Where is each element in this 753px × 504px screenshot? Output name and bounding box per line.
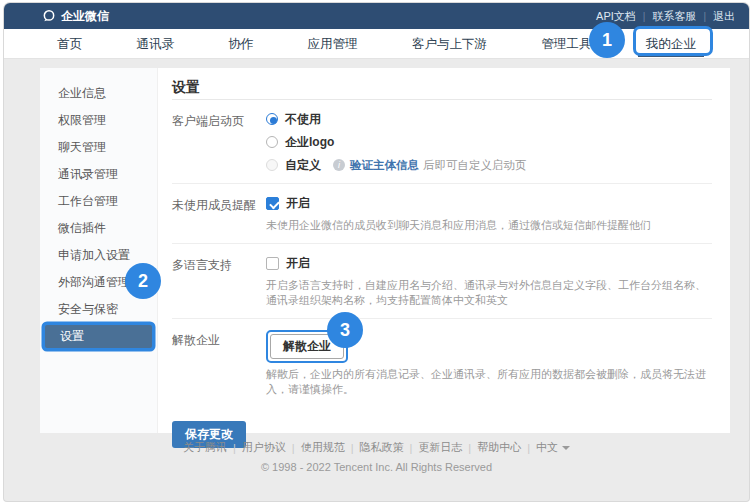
row-multilanguage-support: 多语言支持 开启 开启多语言支持时，自建应用名与介绍、通讯录与对外信息自定义字段… [172,244,712,319]
radio-custom [266,159,278,171]
divider: | [643,11,646,22]
settings-sidebar: 企业信息 权限管理 聊天管理 通讯录管理 工作台管理 微信插件 申请加入设置 外… [40,68,158,433]
checkbox-reminder-enabled[interactable] [266,197,279,210]
topbar-links: API文档 | 联系客服 | 退出 [596,9,735,24]
row-dissolve-company: 解散企业 解散企业 解散后，企业内的所有消息记录、企业通讯录、所有应用的数据都会… [172,319,712,407]
footer: 关于腾讯| 用户协议| 使用规范| 隐私政策| 更新日志| 帮助中心| 中文 ©… [4,440,749,473]
row-description: 未使用企业微信的成员收到聊天消息和应用消息，通过微信或短信邮件提醒他们 [266,218,712,233]
sidebar-item-wechat-plugin[interactable]: 微信插件 [40,215,157,242]
row-description: 解散后，企业内的所有消息记录、企业通讯录、所有应用的数据都会被删除，成员将无法进… [266,367,712,397]
sidebar-item-workbench[interactable]: 工作台管理 [40,188,157,215]
settings-card: 企业信息 权限管理 聊天管理 通讯录管理 工作台管理 微信插件 申请加入设置 外… [40,68,730,433]
row-description: 开启多语言支持时，自建应用名与介绍、通讯录与对外信息自定义字段、工作台分组名称、… [266,278,712,308]
top-bar: 企业微信 API文档 | 联系客服 | 退出 [4,3,749,29]
footer-link-privacy[interactable]: 隐私政策 [360,440,404,455]
annotation-step-2: 2 [125,263,161,299]
app-window: 企业微信 API文档 | 联系客服 | 退出 首页 通讯录 协作 应用管理 客户… [4,3,749,501]
sidebar-item-settings[interactable]: 设置 [43,323,154,350]
tab-app-management[interactable]: 应用管理 [308,29,358,59]
sidebar-item-contacts-management[interactable]: 通讯录管理 [40,161,157,188]
footer-link-changelog[interactable]: 更新日志 [418,440,462,455]
row-label: 未使用成员提醒 [172,195,266,233]
radio-label[interactable]: 企业logo [285,134,334,151]
radio-company-logo[interactable] [266,136,278,148]
row-label: 解散企业 [172,330,266,397]
tab-customers[interactable]: 客户与上下游 [412,29,487,59]
language-label: 中文 [536,440,558,455]
checkbox-label[interactable]: 开启 [286,195,310,212]
divider: | [703,11,706,22]
radio-label[interactable]: 不使用 [285,111,321,128]
api-docs-link[interactable]: API文档 [596,9,636,24]
tab-my-company[interactable]: 我的企业 [646,29,696,59]
row-label: 多语言支持 [172,255,266,308]
footer-link-user-agreement[interactable]: 用户协议 [242,440,286,455]
row-label: 客户端启动页 [172,111,266,173]
copyright-text: © 1998 - 2022 Tencent Inc. All Rights Re… [4,461,749,473]
brand: 企业微信 [42,8,109,25]
custom-hint-text: 后即可自定义启动页 [423,158,527,173]
row-client-launch-page: 客户端启动页 不使用 企业logo 自定义 验证主体信息 [172,100,712,184]
radio-not-used[interactable] [266,113,278,125]
footer-link-usage-rules[interactable]: 使用规范 [301,440,345,455]
wework-chat-bubble-icon [42,9,56,23]
language-selector[interactable]: 中文 [536,440,570,455]
contact-support-link[interactable]: 联系客服 [652,9,696,24]
annotation-step-1: 1 [589,22,625,58]
radio-label: 自定义 [285,157,321,174]
chevron-down-icon [562,446,570,450]
main-nav: 首页 通讯录 协作 应用管理 客户与上下游 管理工具 我的企业 [4,29,749,59]
row-inactive-member-reminder: 未使用成员提醒 开启 未使用企业微信的成员收到聊天消息和应用消息，通过微信或短信… [172,184,712,244]
settings-content: 设置 客户端启动页 不使用 企业logo 自定义 [158,68,730,433]
tab-collaboration[interactable]: 协作 [228,29,253,59]
tab-home[interactable]: 首页 [57,29,82,59]
brand-name: 企业微信 [61,8,109,25]
tab-admin-tools[interactable]: 管理工具 [541,29,591,59]
sidebar-item-company-info[interactable]: 企业信息 [40,80,157,107]
annotation-step-3: 3 [327,312,363,348]
sidebar-item-permissions[interactable]: 权限管理 [40,107,157,134]
sidebar-item-security[interactable]: 安全与保密 [40,296,157,323]
footer-link-about[interactable]: 关于腾讯 [183,440,227,455]
tab-contacts[interactable]: 通讯录 [137,29,175,59]
sidebar-item-chat-management[interactable]: 聊天管理 [40,134,157,161]
checkbox-multilanguage[interactable] [266,257,279,270]
page-title: 设置 [172,68,712,100]
verify-entity-link[interactable]: 验证主体信息 [350,158,419,173]
footer-link-help-center[interactable]: 帮助中心 [477,440,521,455]
logout-link[interactable]: 退出 [713,9,735,24]
checkbox-label[interactable]: 开启 [286,255,310,272]
info-icon [333,159,345,171]
